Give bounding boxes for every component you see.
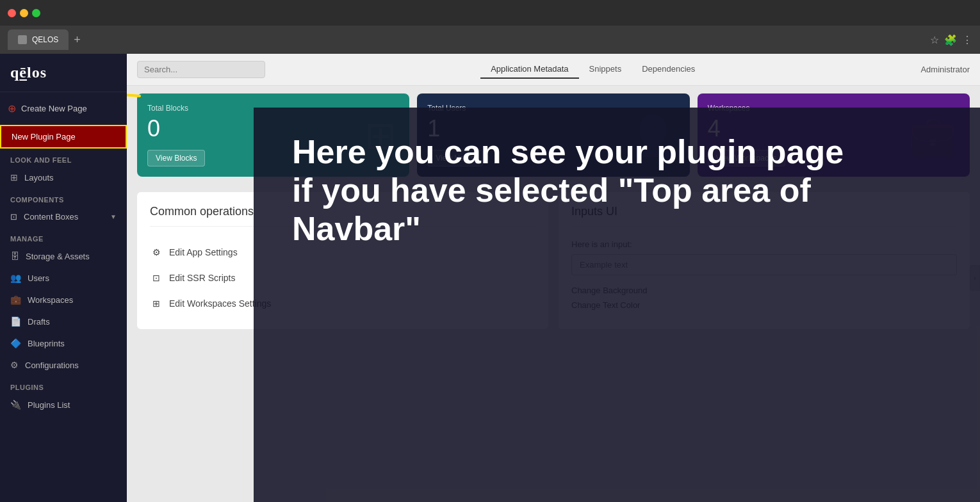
logo-text: qēlos — [10, 64, 117, 81]
layouts-label: Layouts — [24, 173, 54, 182]
edit-ssr-scripts-label: Edit SSR Scripts — [169, 273, 235, 283]
minimize-button[interactable] — [20, 9, 28, 17]
extensions-icon[interactable]: 🧩 — [944, 34, 957, 46]
admin-label: Administrator — [920, 65, 970, 74]
workspaces-icon: 💼 — [10, 295, 21, 305]
sidebar-item-drafts[interactable]: 📄 Drafts — [0, 311, 127, 332]
browser-tab[interactable]: QELOS — [8, 29, 69, 50]
sidebar-item-users[interactable]: 👥 Users — [0, 267, 127, 289]
sidebar-section-components: COMPONENTS — [0, 188, 127, 206]
tab-title: QELOS — [32, 35, 58, 44]
storage-label: Storage & Assets — [26, 252, 90, 261]
sidebar-section-manage: MANAGE — [0, 227, 127, 245]
tab-application-metadata[interactable]: Application Metadata — [480, 60, 578, 79]
search-input[interactable] — [137, 61, 265, 78]
configurations-label: Configurations — [25, 360, 79, 370]
sidebar-item-content-boxes[interactable]: ⊡ Content Boxes ▼ — [0, 206, 127, 227]
sidebar-logo: qēlos — [0, 54, 127, 92]
content-boxes-label: Content Boxes — [24, 212, 78, 222]
main-content: Application Metadata Snippets Dependenci… — [127, 54, 980, 502]
close-button[interactable] — [8, 9, 16, 17]
code-icon: ⊡ — [150, 271, 163, 284]
sidebar: qēlos ⊕ Create New Page New Plugin Page … — [0, 54, 127, 502]
sidebar-item-plugins-list[interactable]: 🔌 Plugins List — [0, 394, 127, 416]
sidebar-section-look-feel: LOOK AND FEEL — [0, 149, 127, 166]
edit-app-settings-label: Edit App Settings — [169, 247, 238, 257]
users-icon: 👥 — [10, 273, 21, 283]
configurations-icon: ⚙ — [10, 360, 19, 370]
sidebar-item-new-plugin-page[interactable]: New Plugin Page — [0, 125, 127, 149]
sidebar-item-layouts[interactable]: ⊞ Layouts — [0, 166, 127, 188]
plus-icon: ⊕ — [8, 102, 16, 115]
sidebar-actions: ⊕ Create New Page — [0, 92, 127, 125]
tab-favicon — [18, 35, 27, 44]
sidebar-section-plugins: PLUGINS — [0, 376, 127, 394]
new-tab-button[interactable]: + — [74, 33, 81, 47]
content-boxes-icon: ⊡ — [10, 212, 17, 222]
sidebar-item-blueprints[interactable]: 🔷 Blueprints — [0, 332, 127, 354]
browser-actions: ☆ 🧩 ⋮ — [930, 34, 972, 46]
view-blocks-button[interactable]: View Blocks — [147, 150, 205, 166]
blueprints-label: Blueprints — [28, 339, 65, 348]
plugins-label: Plugins List — [28, 400, 70, 410]
workspace-settings-icon: ⊞ — [150, 297, 163, 310]
sidebar-item-configurations[interactable]: ⚙ Configurations — [0, 354, 127, 376]
plugins-icon: 🔌 — [10, 400, 21, 410]
create-new-label: Create New Page — [21, 104, 87, 113]
overlay: Here you can see your plugin page if you… — [254, 108, 980, 502]
main-header: Application Metadata Snippets Dependenci… — [127, 54, 980, 86]
users-label: Users — [28, 273, 49, 283]
drafts-label: Drafts — [28, 317, 50, 327]
tab-dependencies[interactable]: Dependencies — [632, 60, 705, 79]
menu-icon[interactable]: ⋮ — [962, 34, 972, 46]
traffic-lights — [8, 9, 40, 17]
content-boxes-arrow: ▼ — [110, 213, 117, 220]
workspaces-label: Workspaces — [28, 295, 73, 305]
drafts-icon: 📄 — [10, 316, 21, 327]
sidebar-item-workspaces[interactable]: 💼 Workspaces — [0, 289, 127, 311]
new-plugin-page-label: New Plugin Page — [12, 132, 76, 142]
sidebar-item-storage[interactable]: 🗄 Storage & Assets — [0, 245, 127, 267]
maximize-button[interactable] — [32, 9, 40, 17]
bookmark-icon[interactable]: ☆ — [930, 34, 939, 46]
blueprints-icon: 🔷 — [10, 338, 21, 348]
overlay-text: Here you can see your plugin page if you… — [292, 133, 869, 248]
create-new-page-button[interactable]: ⊕ Create New Page — [8, 100, 119, 117]
storage-icon: 🗄 — [10, 251, 19, 261]
header-tabs: Application Metadata Snippets Dependenci… — [480, 60, 705, 79]
layouts-icon: ⊞ — [10, 172, 18, 182]
gear-icon: ⚙ — [150, 246, 163, 259]
tab-snippets[interactable]: Snippets — [579, 60, 632, 79]
